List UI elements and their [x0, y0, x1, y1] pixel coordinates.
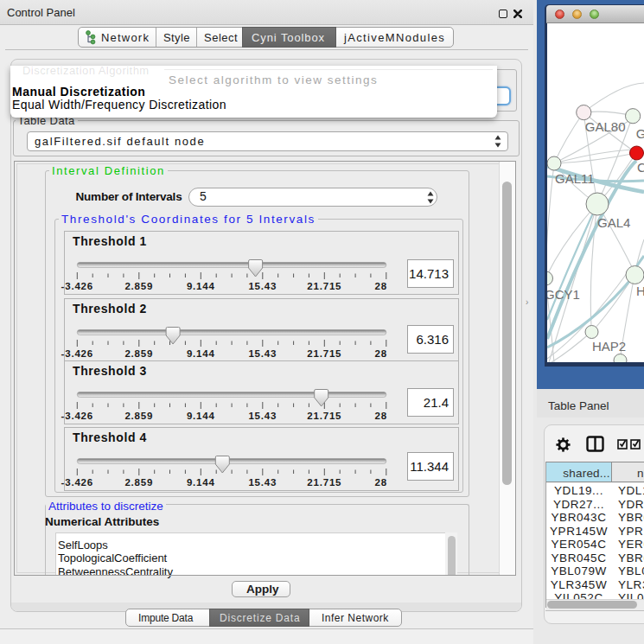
svg-text:21.715: 21.715 — [307, 411, 341, 421]
svg-text:H: H — [636, 284, 644, 298]
svg-text:15.43: 15.43 — [248, 281, 277, 291]
svg-text:21.715: 21.715 — [307, 281, 341, 291]
svg-text:15.43: 15.43 — [248, 477, 277, 488]
svg-text:21.715: 21.715 — [307, 348, 341, 359]
svg-text:9.144: 9.144 — [187, 348, 215, 359]
svg-text:28: 28 — [375, 411, 387, 421]
svg-text:HAP2: HAP2 — [592, 339, 626, 354]
svg-text:-3.426: -3.426 — [61, 411, 93, 421]
svg-text:28: 28 — [375, 477, 387, 488]
svg-text:21.715: 21.715 — [307, 477, 341, 488]
svg-text:9.144: 9.144 — [187, 477, 215, 488]
svg-text:-3.426: -3.426 — [61, 281, 93, 291]
svg-text:GAL4: GAL4 — [597, 215, 630, 230]
svg-text:28: 28 — [375, 348, 387, 359]
svg-text:9.144: 9.144 — [187, 411, 215, 421]
svg-text:-3.426: -3.426 — [61, 348, 93, 359]
svg-text:GCY1: GCY1 — [547, 287, 580, 302]
svg-text:-3.426: -3.426 — [61, 477, 93, 488]
svg-text:15.43: 15.43 — [248, 411, 277, 421]
svg-text:2.859: 2.859 — [124, 348, 153, 359]
svg-text:15.43: 15.43 — [248, 348, 277, 359]
svg-text:2.859: 2.859 — [124, 411, 153, 421]
svg-text:9.144: 9.144 — [187, 281, 215, 291]
svg-text:GA: GA — [636, 126, 644, 141]
svg-text:GAL80: GAL80 — [585, 119, 626, 134]
svg-text:CY: CY — [637, 160, 644, 175]
svg-text:2.859: 2.859 — [124, 281, 153, 291]
svg-text:28: 28 — [375, 281, 387, 291]
svg-text:GAL11: GAL11 — [555, 171, 595, 186]
svg-text:2.859: 2.859 — [124, 477, 153, 488]
